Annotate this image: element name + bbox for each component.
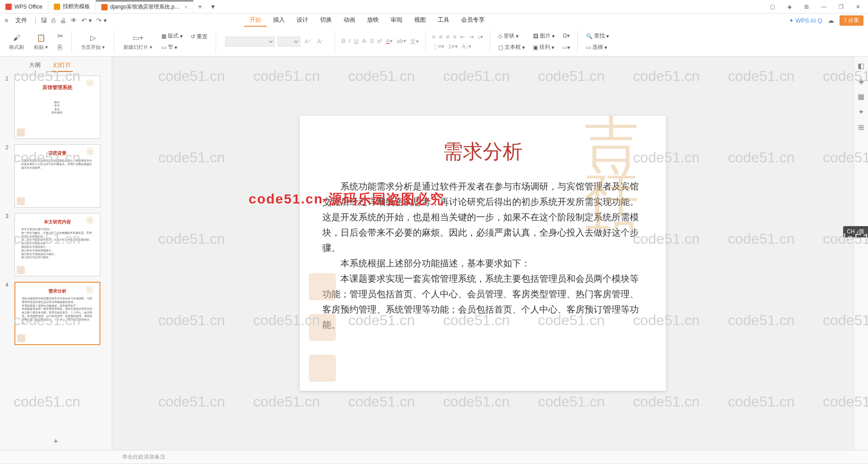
underline-icon[interactable]: U xyxy=(354,38,358,46)
thumb-number: 2 xyxy=(5,144,11,208)
cut-icon[interactable]: ✂ xyxy=(55,31,65,41)
tab-label: WPS Office xyxy=(14,4,42,10)
copy-icon[interactable]: ⎘ xyxy=(55,43,65,52)
tab-document[interactable]: django宾馆酒店管理系统.p… × xyxy=(96,0,193,13)
hamburger-icon[interactable]: ≡ xyxy=(5,17,8,24)
menu-tab-review[interactable]: 审阅 xyxy=(385,14,408,27)
text-direction-icon[interactable]: A↓▾ xyxy=(462,43,472,50)
font-family-select[interactable] xyxy=(225,37,275,47)
style-icon[interactable]: Ω▾ xyxy=(561,31,571,41)
menu-tab-design[interactable]: 设计 xyxy=(291,14,314,27)
thumb-number: 3 xyxy=(5,213,11,276)
picture-button[interactable]: 🖼 图片 ▾ xyxy=(531,31,557,41)
menu-tab-animation[interactable]: 动画 xyxy=(338,14,361,27)
redo-icon[interactable]: ↷ ▾ xyxy=(96,17,107,24)
new-slide-group[interactable]: ▭+ 新建幻灯片 ▾ xyxy=(121,33,155,51)
current-slide[interactable]: 吉祥如意 需求分析 系统功能需求分析是通过软件开发者在参与市场调研，与宾馆管理者… xyxy=(300,116,666,391)
tab-menu-button[interactable]: ▾ xyxy=(207,2,219,11)
panel-icon[interactable]: ⊞ xyxy=(857,123,866,132)
change-case-icon[interactable]: 文▾ xyxy=(410,38,419,46)
menu-tab-member[interactable]: 会员专享 xyxy=(456,14,490,27)
add-tab-button[interactable]: + xyxy=(193,3,207,11)
strike-icon[interactable]: A̶ xyxy=(362,38,366,46)
strikethrough-icon[interactable]: S xyxy=(370,38,374,46)
print-icon[interactable]: 🖨 xyxy=(60,17,66,24)
align-left-icon[interactable]: ≡ xyxy=(432,33,436,40)
slide-thumbnail-4[interactable]: ❋ 需求分析 系统功能需求分析是通过软件开发者在参与市场调研，与宾馆管理者及宾馆… xyxy=(14,282,100,345)
panel-icon[interactable]: ▦ xyxy=(857,92,866,101)
format-painter-group[interactable]: 🖌 格式刷 xyxy=(6,33,27,51)
maximize-button[interactable]: ❐ xyxy=(835,1,846,12)
panel-icon[interactable]: ◧ xyxy=(857,61,866,70)
align-justify-icon[interactable]: ≡ xyxy=(453,33,457,40)
cube-icon[interactable]: ◈ xyxy=(784,1,795,12)
menu-tab-insert[interactable]: 插入 xyxy=(268,14,290,27)
thumb-number: 4 xyxy=(5,282,11,345)
slide-canvas[interactable]: 吉祥如意 需求分析 系统功能需求分析是通过软件开发者在参与市场调研，与宾馆管理者… xyxy=(112,57,854,450)
decrease-font-icon[interactable]: A⁻ xyxy=(316,37,326,47)
tab-slides[interactable]: 幻灯片 xyxy=(52,59,73,72)
numbering-icon[interactable]: 1≡▾ xyxy=(448,43,458,50)
close-icon[interactable]: × xyxy=(184,4,188,10)
menu-tab-slideshow[interactable]: 放映 xyxy=(362,14,384,27)
tab-wps-office[interactable]: WPS Office xyxy=(0,0,48,13)
highlight-icon[interactable]: ab▾ xyxy=(396,38,406,46)
slide-thumbnail-2[interactable]: ❋ 课题背景 宾馆管理系统作为酒店行业的重要组成部分，随着旅游业的快速发展和人们… xyxy=(14,144,100,208)
fill-icon[interactable]: ▭▾ xyxy=(561,43,571,52)
slide-panel: 大纲 幻灯片 1 ❋ 宾馆管理系统 姓名: 学号: 专业: 指导老师: 2 ❋ … xyxy=(0,57,112,450)
bold-icon[interactable]: B xyxy=(341,38,345,46)
find-button[interactable]: 🔍 查找 ▾ xyxy=(584,31,611,41)
slide-thumbnail-1[interactable]: ❋ 宾馆管理系统 姓名: 学号: 专业: 指导老师: xyxy=(14,76,100,139)
menu-tab-tools[interactable]: 工具 xyxy=(432,14,455,27)
thumbnail-list[interactable]: 1 ❋ 宾馆管理系统 姓名: 学号: 专业: 指导老师: 2 ❋ 课题背景 宾馆… xyxy=(0,72,112,433)
tab-template[interactable]: 找稻壳模板 xyxy=(48,0,96,13)
add-slide-button[interactable]: + xyxy=(0,433,112,450)
align-center-icon[interactable]: ≡ xyxy=(439,33,443,40)
format-painter-icon: 🖌 xyxy=(12,33,22,43)
superscript-icon[interactable]: x² xyxy=(377,38,382,46)
arrange-button[interactable]: ▣ 排列 ▾ xyxy=(531,43,557,52)
ime-indicator[interactable]: CH ♪简 xyxy=(843,226,868,237)
close-button[interactable]: ✕ xyxy=(853,1,863,12)
apps-icon[interactable]: ⊞ xyxy=(801,1,812,12)
file-menu[interactable]: 文件 xyxy=(13,16,30,24)
select-button[interactable]: ▭ 选择 ▾ xyxy=(584,43,611,52)
undo-icon[interactable]: ↶ ▾ xyxy=(81,17,92,24)
textbox-button[interactable]: ▢ 文本框 ▾ xyxy=(496,43,527,52)
slide-thumbnail-3[interactable]: ❋ 本文研究内容 本文主要划分成7大部分：第一部分为绪论，主要介绍了目前电脑技术… xyxy=(14,213,100,276)
shape-button[interactable]: ◇ 形状 ▾ xyxy=(496,31,527,41)
increase-font-icon[interactable]: A⁺ xyxy=(303,37,313,47)
export-icon[interactable]: ⎙ xyxy=(52,17,55,24)
font-color-icon[interactable]: A▾ xyxy=(386,38,393,46)
notes-bar[interactable]: 单击此处添加备注 xyxy=(0,450,868,464)
indent-decrease-icon[interactable]: ⇤ xyxy=(460,33,465,40)
paste-group[interactable]: 📋 粘贴 ▾ xyxy=(31,33,51,51)
wps-ai-button[interactable]: ✦ WPS AI Q xyxy=(789,17,822,24)
slide-body[interactable]: 系统功能需求分析是通过软件开发者在参与市场调研，与宾馆管理者及宾馆交流后经过详细… xyxy=(322,179,643,332)
panel-icon[interactable]: ✦ xyxy=(857,107,866,116)
indent-increase-icon[interactable]: ⇥ xyxy=(469,33,474,40)
italic-icon[interactable]: I xyxy=(349,38,351,46)
save-icon[interactable]: 🖫 xyxy=(41,17,47,24)
minimize-button[interactable]: — xyxy=(818,1,829,12)
share-button[interactable]: ⤴ 分享 xyxy=(840,15,863,26)
font-size-select[interactable] xyxy=(278,37,300,47)
play-current-group[interactable]: ▷ 当页开始 ▾ xyxy=(78,33,108,51)
preview-icon[interactable]: 👁 xyxy=(71,17,77,24)
window-icon[interactable]: ▢ xyxy=(767,1,778,12)
wps-icon xyxy=(5,4,12,10)
section-button[interactable]: ▭ 节 ▾ xyxy=(160,43,184,52)
ribbon: 🖌 格式刷 📋 粘贴 ▾ ✂ ⎘ ▷ 当页开始 ▾ ▭+ 新建幻灯片 ▾ ▦ 版… xyxy=(0,27,868,57)
align-right-icon[interactable]: ≡ xyxy=(446,33,450,40)
slide-title[interactable]: 需求分析 xyxy=(322,138,643,165)
cloud-icon[interactable]: ☁ xyxy=(828,17,834,24)
panel-icon[interactable]: ◈ xyxy=(857,76,866,85)
tab-outline[interactable]: 大纲 xyxy=(27,59,42,72)
menu-tab-start[interactable]: 开始 xyxy=(244,14,267,27)
bullets-icon[interactable]: ⋮≡▾ xyxy=(432,43,445,50)
line-spacing-icon[interactable]: ↕▾ xyxy=(477,33,484,40)
menu-tab-transition[interactable]: 切换 xyxy=(315,14,337,27)
menu-tab-view[interactable]: 视图 xyxy=(409,14,431,27)
layout-button[interactable]: ▦ 版式 ▾ xyxy=(160,31,184,41)
reset-button[interactable]: ↺ 重置 xyxy=(189,32,209,42)
